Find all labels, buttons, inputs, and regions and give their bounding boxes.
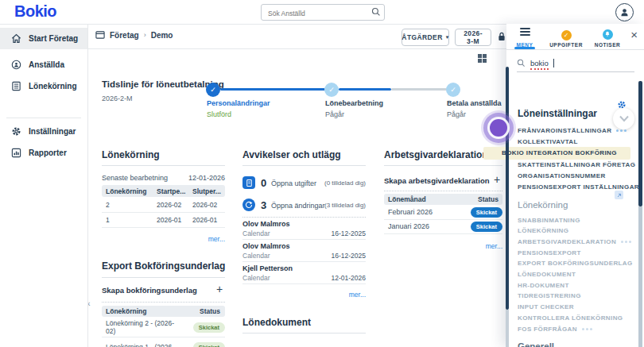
menu-item[interactable]: EXPORT BOKFÖRINGSUNDERLAG <box>518 258 630 269</box>
employees-icon <box>11 60 21 70</box>
menu-item-label: ARBETSGIVARDEKLARATION <box>518 238 616 245</box>
sidebar-item-label: Start Företag <box>29 34 78 43</box>
search-icon[interactable] <box>371 7 381 17</box>
check-icon: ✓ <box>328 86 335 94</box>
entry-name[interactable]: Kjell Petterson <box>242 264 293 272</box>
close-icon[interactable]: × <box>630 28 638 41</box>
lonekorning-more-link[interactable]: mer... <box>102 235 225 243</box>
status-badge: Skickat <box>471 222 502 232</box>
scrollbar-track[interactable] <box>506 310 509 347</box>
menu-item[interactable]: LÖNEKÖRNING <box>518 226 630 237</box>
employee-search <box>261 4 385 21</box>
menu-item-label: INPUT CHECKER <box>518 303 574 310</box>
table-row[interactable]: 1 2026-01 2026-01 <box>102 212 225 228</box>
menu-item[interactable]: TIDREGISTRERING <box>518 291 630 302</box>
add-bokforingsunderlag-button[interactable]: + <box>216 285 223 293</box>
period-button[interactable]: 2026-3-M <box>455 29 491 46</box>
actions-button[interactable]: ÅTGÄRDER ▾ <box>402 29 449 46</box>
col-header: Status <box>456 195 502 203</box>
status-badge: Skickat <box>471 207 502 218</box>
timeline-step-1-label: Personaländringar <box>207 99 270 107</box>
entry-date: 12-01-2026 <box>242 274 366 282</box>
app-window: Bokio Start Företag Anställda Lönekörnin… <box>0 0 644 347</box>
changes-assigned: (3 tilldelad dig) <box>242 202 366 209</box>
table-row[interactable]: Lönekörning 1 - (2026- Skickat <box>102 337 225 347</box>
menu-hamburger-icon <box>520 26 530 37</box>
menu-item-label: TIDREGISTRERING <box>518 292 581 299</box>
menu-item[interactable]: PENSIONSEXPORT <box>518 248 630 259</box>
cell: 2026-01 <box>192 216 225 224</box>
sidebar-divider <box>6 118 81 118</box>
menu-item-label: PENSIONSEXPORT INSTÄLLNINGAR <box>518 183 639 191</box>
menu-item[interactable]: INPUT CHECKER <box>518 302 630 313</box>
menu-item[interactable]: SNABBINMATNING <box>518 215 630 226</box>
sidebar-item-lonekorning[interactable]: Lönekörning <box>0 75 87 97</box>
menu-item[interactable]: ORGANISATIONSNUMMER <box>518 171 630 182</box>
header-divider <box>87 48 506 49</box>
divider <box>242 165 366 166</box>
menu-item-label: HR-DOKUMENT <box>518 282 569 289</box>
check-icon: ✓ <box>564 32 569 39</box>
tab-notiser[interactable]: NOTISER <box>589 26 626 48</box>
breadcrumb-root[interactable]: Företag <box>110 31 139 40</box>
sidebar-item-label: Rapporter <box>29 148 67 157</box>
breadcrumb: Företag › Demo <box>95 30 173 40</box>
breadcrumb-current: Demo <box>151 31 173 40</box>
dashboard-grid-icon[interactable] <box>478 54 487 63</box>
bokio-logo[interactable]: Bokio <box>14 2 56 21</box>
tab-meny[interactable]: MENY <box>506 26 543 48</box>
add-arbetsgivardeklaration-button[interactable]: + <box>494 175 500 183</box>
search-input[interactable] <box>266 6 373 21</box>
menu-item[interactable]: FOS FÖRFRÅGAN <box>518 324 630 335</box>
avvikelser-more-link[interactable]: mer... <box>242 291 366 299</box>
table-row[interactable]: Lönekörning 2 - (2026-02) Skickat <box>102 317 225 337</box>
entry-date: 16-12-2025 <box>242 229 366 237</box>
scrollbar-thumb[interactable] <box>638 81 642 206</box>
scrollbar-thumb[interactable] <box>506 67 509 310</box>
notifications-bell-icon <box>603 29 613 40</box>
cell: Januari 2026 <box>384 222 453 230</box>
menu-search-input[interactable]: bokio <box>517 56 634 72</box>
home-icon <box>11 33 21 44</box>
menu-item-label: KONTROLLERA LÖNEKÖRNING <box>518 314 623 322</box>
user-avatar-button[interactable] <box>615 3 634 21</box>
divider <box>242 239 366 240</box>
timeline-step-2-status: Pågår <box>325 110 344 118</box>
menu-item[interactable]: PENSIONSEXPORT INSTÄLLNINGAR <box>518 182 630 193</box>
menu-item[interactable]: LÖNEDOKUMENT <box>518 269 630 280</box>
sidebar-item-installningar[interactable]: Inställningar <box>0 121 87 142</box>
col-header: Startpe... <box>157 187 192 195</box>
timeline-step-3-status: Pågår <box>447 110 466 118</box>
sidebar-item-rapporter[interactable]: Rapporter <box>0 142 87 164</box>
entry-name[interactable]: Olov Malmros <box>242 242 290 250</box>
table-row[interactable]: Januari 2026 Skickat <box>384 219 502 234</box>
menu-item[interactable]: ARBETSGIVARDEKLARATION <box>518 237 630 248</box>
entry-date: 16-12-2025 <box>242 252 366 260</box>
entry-name[interactable]: Olov Malmros <box>242 220 290 228</box>
open-section-icon[interactable] <box>615 191 623 199</box>
payroll-document-icon <box>11 81 21 91</box>
scrollbar-track[interactable] <box>638 206 642 347</box>
menu-item-label: PENSIONSEXPORT <box>518 249 581 256</box>
menu-search-value: bokio <box>530 59 549 70</box>
agd-more-link[interactable]: mer... <box>384 242 502 250</box>
menu-item[interactable]: KONTROLLERA LÖNEKÖRNING <box>518 313 630 324</box>
lonekorning-table-header: Lönekörning Startpe... Slutper... <box>102 185 225 197</box>
sidebar-item-anstallda[interactable]: Anställda <box>0 54 87 75</box>
cell: 2 <box>102 201 157 209</box>
menu-item-label: SKATTEINSTÄLLNINGAR FÖRETAG <box>518 161 635 168</box>
table-row[interactable]: 2 2026-02 2026-02 <box>102 197 225 213</box>
menu-results-list: Löneinställningar FRÅNVAROINSTÄLLNINGAR … <box>518 108 630 347</box>
tab-uppgifter[interactable]: ✓ UPPGIFTER <box>548 26 584 48</box>
menu-item[interactable]: FRÅNVAROINSTÄLLNINGAR <box>518 125 630 137</box>
menu-item[interactable]: SKATTEINSTÄLLNINGAR FÖRETAG <box>518 160 630 171</box>
period-button-label: 2026-3-M <box>460 29 486 45</box>
menu-item[interactable]: HR-DOKUMENT <box>518 280 630 291</box>
check-icon: ✓ <box>450 86 456 94</box>
table-row[interactable]: Februari 2026 Skickat <box>384 205 502 220</box>
menu-item[interactable]: KOLLEKTIVAVTAL <box>518 137 630 148</box>
create-bokforingsunderlag-label: Skapa bokföringsunderlag <box>102 286 197 295</box>
sidebar-item-start-foretag[interactable]: Start Företag <box>0 28 87 49</box>
menu-item-label: FRÅNVAROINSTÄLLNINGAR <box>518 127 611 134</box>
tab-label: NOTISER <box>589 42 626 48</box>
